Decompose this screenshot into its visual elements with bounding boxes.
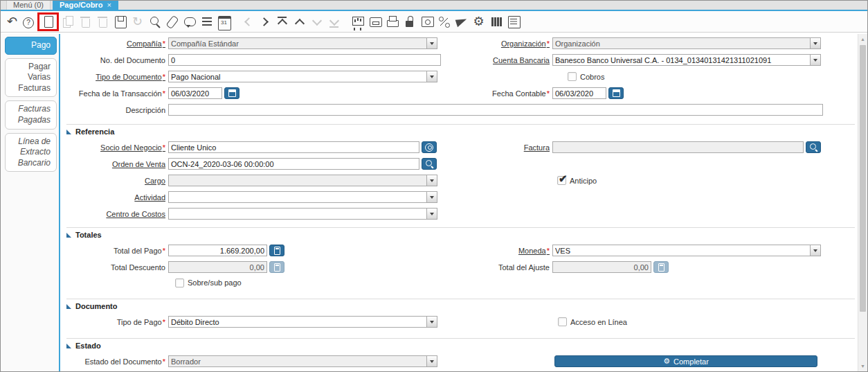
report-icon[interactable] <box>350 14 365 30</box>
calculator-icon <box>274 247 280 255</box>
descripcion-input[interactable] <box>168 104 823 116</box>
anticipo-checkbox[interactable]: ✔ <box>557 176 566 185</box>
no-documento-input[interactable] <box>168 54 441 66</box>
find-icon[interactable] <box>147 14 163 30</box>
dropdown-arrow-icon[interactable] <box>426 356 437 366</box>
section-documento-title: Documento <box>75 302 118 310</box>
socio-negocio-info-button[interactable] <box>422 141 437 153</box>
compania-value[interactable] <box>169 38 426 48</box>
completar-button[interactable]: ⚙ Completar <box>554 355 817 367</box>
workflow-icon[interactable] <box>436 14 452 30</box>
attachment-icon[interactable] <box>164 14 180 30</box>
last-record-icon[interactable] <box>326 14 342 30</box>
dropdown-arrow-icon[interactable] <box>810 245 820 256</box>
dropdown-arrow-icon[interactable] <box>810 55 820 65</box>
moneda-value[interactable] <box>553 245 810 256</box>
sidebar-tab-facturas-pagadas[interactable]: Facturas Pagadas <box>5 100 57 129</box>
send-request-icon[interactable] <box>453 14 469 30</box>
moneda-select[interactable] <box>552 245 821 256</box>
copy-record-icon[interactable] <box>60 14 76 30</box>
parent-record-icon[interactable] <box>291 14 307 30</box>
close-icon[interactable]: × <box>107 1 111 9</box>
cuenta-bancaria-value[interactable] <box>553 55 810 65</box>
organizacion-select[interactable] <box>552 37 821 49</box>
application-window: Menú (0) Pago/Cobro × ↶ ? ↻ 31 <box>0 0 868 372</box>
dropdown-arrow-icon[interactable] <box>810 38 820 48</box>
vertical-scrollbar[interactable]: ▲ ▼ <box>858 34 867 371</box>
cargo-select[interactable] <box>168 175 437 186</box>
chat-icon[interactable] <box>181 14 197 30</box>
cuenta-bancaria-select[interactable] <box>552 54 821 66</box>
cargo-value[interactable] <box>169 175 426 186</box>
total-pago-calculator-button[interactable] <box>269 245 284 256</box>
collapse-icon[interactable] <box>66 304 71 309</box>
preferences-gear-icon[interactable]: ⚙ <box>471 14 487 30</box>
export-report-icon[interactable] <box>505 14 521 30</box>
fecha-transaccion-input[interactable] <box>168 87 222 99</box>
dropdown-arrow-icon[interactable] <box>426 71 437 82</box>
dropdown-arrow-icon[interactable] <box>426 38 437 48</box>
collapse-icon[interactable] <box>66 233 71 238</box>
sidebar-tab-pagar-varias-facturas[interactable]: Pagar Varias Facturas <box>5 58 57 98</box>
zoom-across-icon[interactable] <box>419 14 435 30</box>
total-descuento-input[interactable] <box>168 261 267 273</box>
compania-select[interactable] <box>168 37 437 49</box>
save-icon[interactable] <box>112 14 128 30</box>
archive-icon[interactable] <box>367 14 383 30</box>
sobre-sub-pago-checkbox[interactable] <box>175 278 184 287</box>
tipo-documento-select[interactable] <box>168 71 437 82</box>
tipo-documento-value[interactable] <box>169 71 426 82</box>
lock-icon[interactable] <box>401 14 417 30</box>
scroll-down-icon[interactable]: ▼ <box>858 364 867 369</box>
history-icon[interactable]: 31 <box>216 14 232 30</box>
dropdown-arrow-icon[interactable] <box>426 175 437 186</box>
fecha-contable-calendar-button[interactable] <box>608 87 624 99</box>
acceso-en-linea-checkbox[interactable] <box>558 317 567 326</box>
centro-costos-value[interactable] <box>169 209 426 219</box>
first-record-icon[interactable] <box>274 14 290 30</box>
socio-negocio-input[interactable] <box>168 141 419 153</box>
dropdown-arrow-icon[interactable] <box>426 317 437 327</box>
cobros-checkbox[interactable] <box>568 72 577 81</box>
orden-venta-input[interactable] <box>168 158 419 170</box>
sidebar-tab-linea-extracto-bancario[interactable]: Línea de Extracto Bancario <box>5 133 57 172</box>
fecha-contable-input[interactable] <box>552 87 606 99</box>
detail-record-icon[interactable] <box>309 14 325 30</box>
toggle-grid-icon[interactable] <box>199 14 215 30</box>
tab-pago-cobro[interactable]: Pago/Cobro × <box>53 0 118 10</box>
total-descuento-calculator-button[interactable] <box>269 261 284 273</box>
print-icon[interactable] <box>384 14 400 30</box>
sidebar-tab-pago[interactable]: Pago <box>5 37 57 55</box>
scroll-up-icon[interactable]: ▲ <box>858 37 867 42</box>
total-ajuste-input[interactable] <box>552 261 651 273</box>
barcode-icon[interactable] <box>488 14 504 30</box>
help-icon[interactable]: ? <box>23 17 34 28</box>
delete-selection-icon[interactable] <box>95 14 111 30</box>
tipo-pago-select[interactable] <box>168 316 437 328</box>
scrollbar-thumb[interactable] <box>860 45 866 312</box>
undo-icon[interactable]: ↶ <box>4 14 20 30</box>
total-ajuste-calculator-button[interactable] <box>653 261 669 273</box>
new-record-icon[interactable] <box>40 14 56 30</box>
collapse-icon[interactable] <box>66 130 71 134</box>
centro-costos-select[interactable] <box>168 208 437 220</box>
collapse-icon[interactable] <box>66 344 71 348</box>
factura-search-button[interactable] <box>806 141 821 153</box>
organizacion-value[interactable] <box>553 38 810 48</box>
tipo-pago-value[interactable] <box>169 317 426 327</box>
requery-icon[interactable]: ↻ <box>129 14 145 30</box>
dropdown-arrow-icon[interactable] <box>426 209 437 219</box>
actividad-value[interactable] <box>169 192 426 202</box>
fecha-transaccion-calendar-button[interactable] <box>224 87 239 99</box>
orden-venta-search-button[interactable] <box>422 158 437 170</box>
delete-record-icon[interactable] <box>78 14 93 30</box>
dropdown-arrow-icon[interactable] <box>426 192 437 202</box>
next-record-icon[interactable] <box>257 14 273 30</box>
actividad-select[interactable] <box>168 191 437 203</box>
tab-menu[interactable]: Menú (0) <box>6 0 51 10</box>
estado-documento-value[interactable] <box>169 356 426 366</box>
factura-input[interactable] <box>552 141 804 153</box>
previous-record-icon[interactable] <box>239 14 255 30</box>
total-pago-input[interactable] <box>168 245 267 256</box>
estado-documento-select[interactable] <box>168 355 437 367</box>
